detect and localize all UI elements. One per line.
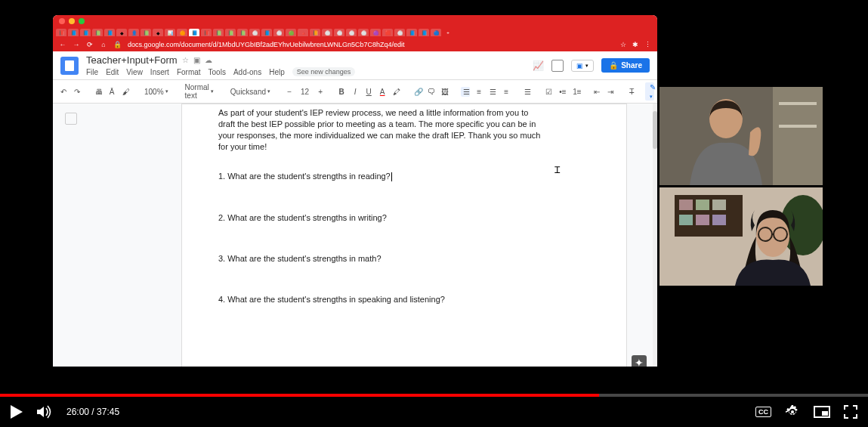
browser-tab[interactable]: ⚪ xyxy=(273,29,284,36)
browser-tab[interactable]: ⚪ xyxy=(322,29,332,36)
browser-tab[interactable]: 🟠 xyxy=(177,29,187,36)
minimize-window-icon[interactable] xyxy=(69,18,75,24)
docs-logo-icon[interactable] xyxy=(60,57,79,75)
checklist-button[interactable]: ☑ xyxy=(544,86,553,97)
meet-present-button[interactable]: ▣ ▾ xyxy=(571,60,594,72)
spellcheck-button[interactable]: Ā xyxy=(107,86,116,97)
browser-tab[interactable]: 📗 xyxy=(237,29,248,36)
browser-tab[interactable]: 🟥 xyxy=(382,29,393,36)
question-3[interactable]: 3. What are the student's strengths in m… xyxy=(218,254,543,263)
line-spacing-button[interactable]: ☰ xyxy=(523,86,532,97)
star-icon[interactable]: ☆ xyxy=(182,56,189,64)
forward-button[interactable]: → xyxy=(73,41,80,48)
browser-tab[interactable]: 🔵 xyxy=(431,29,441,36)
new-tab-button[interactable]: + xyxy=(443,29,453,36)
paint-format-button[interactable]: 🖌 xyxy=(121,86,130,97)
font-size-input[interactable]: 12 xyxy=(298,87,311,97)
decrease-indent-button[interactable]: ⇤ xyxy=(592,86,601,97)
captions-button[interactable]: CC xyxy=(755,407,771,417)
browser-tab[interactable]: ⚪ xyxy=(358,29,369,36)
url-text[interactable]: docs.google.com/document/d/1MbdUYGbIBf2a… xyxy=(128,41,614,48)
browser-tab[interactable]: 📘 xyxy=(80,29,91,36)
browser-tab[interactable]: 📘 xyxy=(104,29,115,36)
extension-icon[interactable]: ✱ xyxy=(632,41,638,48)
increase-indent-button[interactable]: ⇥ xyxy=(606,86,615,97)
align-left-button[interactable]: ☰ xyxy=(461,87,470,97)
browser-tab[interactable]: 📘 xyxy=(68,29,79,36)
menu-tools[interactable]: Tools xyxy=(209,68,226,76)
font-select[interactable]: Quicksand▾ xyxy=(228,87,273,97)
browser-tab[interactable]: ◆ xyxy=(153,29,163,36)
reload-button[interactable]: ⟳ xyxy=(86,41,94,48)
menu-edit[interactable]: Edit xyxy=(106,68,119,76)
intro-paragraph[interactable]: As part of your student's IEP review pro… xyxy=(218,107,543,152)
browser-tab[interactable]: 👤 xyxy=(128,29,139,36)
align-justify-button[interactable]: ≡ xyxy=(502,86,511,97)
home-button[interactable]: ⌂ xyxy=(100,41,107,48)
browser-tab[interactable]: 📗 xyxy=(213,29,224,36)
browser-tab[interactable]: 🟢 xyxy=(286,29,296,36)
settings-button[interactable] xyxy=(785,404,800,419)
redo-button[interactable]: ↷ xyxy=(73,86,82,97)
cloud-icon[interactable]: ☁ xyxy=(205,56,212,64)
comment-history-icon[interactable] xyxy=(551,60,564,72)
italic-button[interactable]: I xyxy=(351,86,360,97)
print-button[interactable]: 🖶 xyxy=(94,86,103,97)
menu-format[interactable]: Format xyxy=(177,68,201,76)
share-button[interactable]: 🔒 Share xyxy=(601,58,650,73)
close-window-icon[interactable] xyxy=(59,18,65,24)
outline-toggle-icon[interactable] xyxy=(65,113,77,125)
browser-tab[interactable]: 📕 xyxy=(56,29,66,36)
question-2[interactable]: 2. What are the student's strengths in w… xyxy=(218,213,543,222)
browser-tab[interactable]: 🔺 xyxy=(298,29,308,36)
undo-button[interactable]: ↶ xyxy=(59,86,68,97)
browser-tab[interactable]: ⚪ xyxy=(249,29,260,36)
question-4[interactable]: 4. What are the student's strengths in s… xyxy=(218,295,543,304)
bullet-list-button[interactable]: •≡ xyxy=(558,86,567,97)
browser-tab[interactable]: 📘 xyxy=(406,29,417,36)
menu-icon[interactable]: ⋮ xyxy=(644,41,651,48)
browser-tab[interactable]: 📘 xyxy=(261,29,272,36)
move-icon[interactable]: ▣ xyxy=(193,56,200,64)
insert-link-button[interactable]: 🔗 xyxy=(412,86,422,97)
insert-image-button[interactable]: 🖼 xyxy=(440,86,449,97)
insert-comment-button[interactable]: 🗨 xyxy=(426,86,435,97)
numbered-list-button[interactable]: 1≡ xyxy=(571,86,580,97)
text-color-button[interactable]: A xyxy=(378,86,387,97)
browser-tab[interactable]: 🟣 xyxy=(370,29,381,36)
menu-insert[interactable]: Insert xyxy=(150,68,169,76)
menu-help[interactable]: Help xyxy=(269,68,285,76)
see-new-changes[interactable]: See new changes xyxy=(292,67,356,76)
browser-tab[interactable]: 📕 xyxy=(201,29,212,36)
menu-addons[interactable]: Add-ons xyxy=(233,68,261,76)
browser-tab-active[interactable]: 📘 xyxy=(189,29,199,36)
editing-mode-button[interactable]: ✎ ▾ xyxy=(645,82,654,101)
activity-icon[interactable]: 📈 xyxy=(533,60,544,71)
zoom-select[interactable]: 100%▾ xyxy=(142,87,171,97)
menu-file[interactable]: File xyxy=(86,68,98,76)
browser-tab[interactable]: ◆ xyxy=(116,29,127,36)
document-page[interactable]: As part of your student's IEP review pro… xyxy=(181,104,627,367)
browser-tab[interactable]: ⚪ xyxy=(394,29,405,36)
browser-tab[interactable]: ⚪ xyxy=(346,29,357,36)
maximize-window-icon[interactable] xyxy=(79,18,85,24)
fullscreen-button[interactable] xyxy=(844,405,857,419)
star-icon[interactable]: ☆ xyxy=(620,41,626,48)
document-title[interactable]: Teacher+Input+Form xyxy=(86,54,178,66)
volume-button[interactable] xyxy=(36,404,53,419)
align-center-button[interactable]: ≡ xyxy=(474,86,483,97)
vertical-scrollbar[interactable] xyxy=(653,104,657,367)
highlight-button[interactable]: 🖍 xyxy=(391,86,400,97)
browser-tab[interactable]: ⚪ xyxy=(334,29,344,36)
question-1[interactable]: 1. What are the student's strengths in r… xyxy=(218,172,543,181)
browser-tab[interactable]: 📙 xyxy=(310,29,320,36)
increase-font-button[interactable]: + xyxy=(316,86,325,97)
clear-formatting-button[interactable]: T xyxy=(627,86,636,97)
decrease-font-button[interactable]: − xyxy=(285,86,294,97)
browser-tab[interactable]: 📗 xyxy=(225,29,236,36)
browser-tab[interactable]: 📗 xyxy=(141,29,151,36)
align-right-button[interactable]: ☰ xyxy=(488,86,497,97)
underline-button[interactable]: U xyxy=(364,86,373,97)
browser-tab[interactable]: 📊 xyxy=(165,29,175,36)
play-button[interactable] xyxy=(11,405,23,419)
